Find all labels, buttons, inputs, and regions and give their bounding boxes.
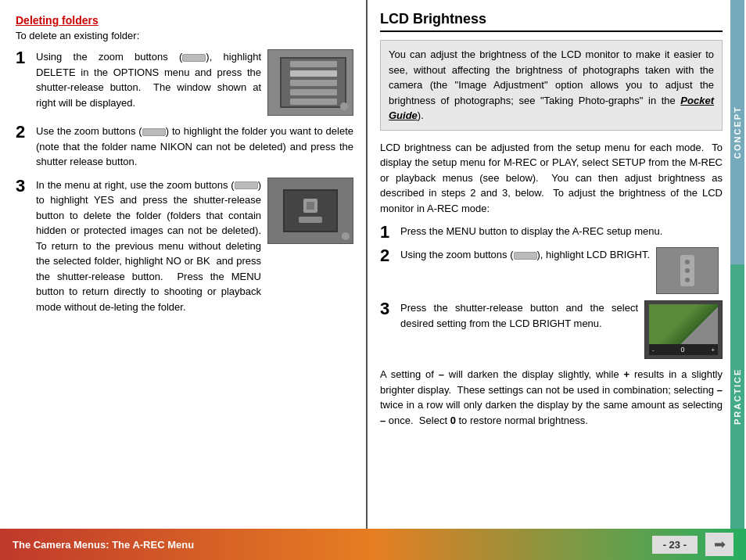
- step-number-2: 2: [16, 124, 30, 141]
- footer: The Camera Menus: The A-REC Menu - 23 - …: [0, 529, 746, 560]
- step-3-image: [267, 178, 353, 244]
- lcd-landscape: - 0 +: [649, 304, 718, 356]
- footer-text: The Camera Menus: The A-REC Menu: [13, 539, 194, 551]
- footer-page: - 23 -: [652, 536, 698, 554]
- step-1-text: Using the zoom buttons (), highlight DEL…: [36, 49, 261, 110]
- camera-dot-2: [342, 232, 350, 240]
- left-intro: To delete an existing folder:: [16, 30, 353, 41]
- right-step-1: 1 Press the MENU button to display the A…: [380, 224, 723, 241]
- right-panel: LCD Brightness You can adjust the bright…: [368, 0, 746, 529]
- step-number-1: 1: [16, 49, 30, 66]
- step-3-content: In the menu at right, use the zoom butto…: [36, 178, 353, 315]
- lcd-image-2: - 0 +: [644, 300, 723, 359]
- side-labels: CONCEPT PRACTICE: [729, 0, 746, 529]
- right-step-2-content: Using the zoom buttons (), highlight LCD…: [400, 247, 719, 294]
- lcd-image-1: [656, 247, 719, 294]
- right-step-2-text: Using the zoom buttons (), highlight LCD…: [400, 247, 650, 263]
- right-step-3: 3 Press the shutter-release button and t…: [380, 300, 723, 359]
- left-step-1: 1 Using the zoom buttons (), highlight D…: [16, 49, 353, 116]
- step-1-image: [267, 49, 353, 116]
- right-step-number-2: 2: [380, 247, 394, 264]
- lcd-bar: - 0 +: [649, 344, 718, 355]
- bottom-text: A setting of – will darken the display s…: [380, 367, 723, 428]
- concept-label: CONCEPT: [730, 0, 744, 264]
- left-step-3: 3 In the menu at right, use the zoom but…: [16, 178, 353, 315]
- footer-right: - 23 - ➡: [652, 533, 733, 556]
- lcd-dot-2: [685, 268, 690, 273]
- left-title: Deleting folders: [16, 14, 353, 27]
- left-step-2: 2 Use the zoom buttons () to highlight t…: [16, 124, 353, 170]
- camera-screen-2: [283, 189, 338, 232]
- practice-label: PRACTICE: [730, 264, 744, 529]
- right-step-3-content: Press the shutter-release button and the…: [400, 300, 723, 359]
- next-page-button[interactable]: ➡: [705, 533, 733, 556]
- step-2-text: Use the zoom buttons () to highlight the…: [36, 124, 353, 170]
- right-body: LCD brightness can be adjusted from the …: [380, 140, 723, 217]
- right-step-3-text: Press the shutter-release button and the…: [400, 300, 638, 331]
- lcd-dot-1: [685, 260, 690, 264]
- lcd-dot-3: [685, 278, 690, 282]
- left-panel: Deleting folders To delete an existing f…: [0, 0, 368, 529]
- right-step-2: 2 Using the zoom buttons (), highlight L…: [380, 247, 723, 294]
- right-step-number-3: 3: [380, 300, 394, 318]
- step-1-content: Using the zoom buttons (), highlight DEL…: [36, 49, 353, 116]
- step-3-text: In the menu at right, use the zoom butto…: [36, 178, 261, 315]
- right-step-1-text: Press the MENU button to display the A-R…: [400, 224, 723, 239]
- right-title: LCD Brightness: [380, 11, 723, 32]
- lcd-control: [680, 255, 694, 286]
- highlight-box: You can adjust the brightness of the LCD…: [380, 40, 723, 131]
- camera-dot: [340, 102, 348, 110]
- step-number-3: 3: [16, 178, 30, 195]
- right-step-number-1: 1: [380, 224, 394, 241]
